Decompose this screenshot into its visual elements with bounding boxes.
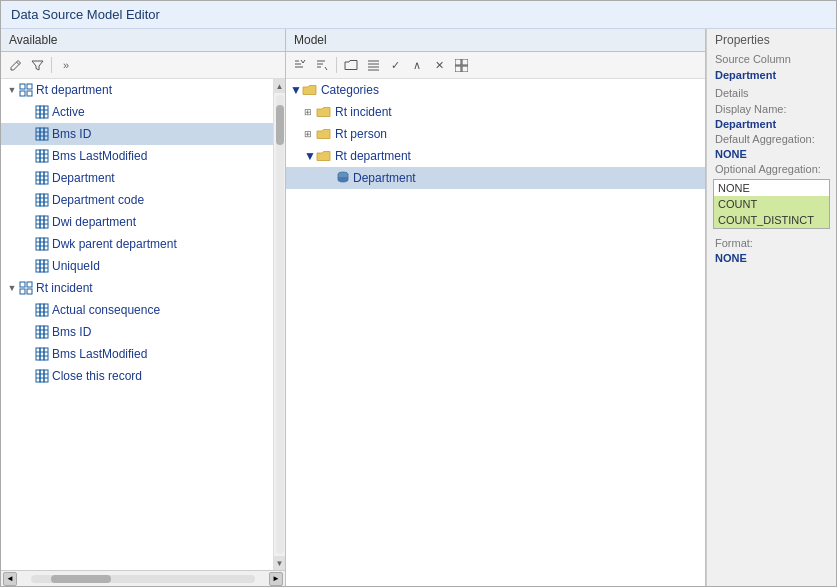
available-hscrollbar[interactable]: ◄ ►: [1, 570, 285, 586]
expander-uniqueid: [21, 259, 35, 273]
display-name-value: Department: [707, 117, 836, 131]
svg-rect-2: [27, 84, 32, 89]
grid-icon-bms-lm-1: [35, 149, 49, 163]
tree-item-active[interactable]: Active: [1, 101, 273, 123]
svg-rect-31: [40, 216, 44, 228]
svg-rect-7: [44, 106, 48, 118]
vscroll-arrow-up[interactable]: ▲: [274, 79, 286, 93]
model-header: Model: [286, 29, 705, 52]
folder-rt-incident-icon: [316, 106, 332, 119]
expand-right-button[interactable]: »: [56, 55, 76, 75]
expander-bms-id-1: [21, 127, 35, 141]
list-icon: [367, 59, 380, 71]
panel-properties: Properties Source Column Department Deta…: [706, 29, 836, 586]
close-icon: ✕: [435, 59, 444, 72]
agg-option-none[interactable]: NONE: [714, 180, 829, 196]
list-view-button[interactable]: [363, 55, 383, 75]
grid-icon-actual-consequence: [35, 303, 49, 317]
svg-rect-35: [36, 238, 40, 250]
tree-item-bms-id-2[interactable]: Bms ID: [1, 321, 273, 343]
default-aggregation-value: NONE: [707, 147, 836, 161]
label-model-rt-incident: Rt incident: [335, 103, 392, 121]
expander-rt-incident[interactable]: ▼: [5, 281, 19, 295]
svg-rect-51: [44, 304, 48, 316]
filter-button[interactable]: [27, 55, 47, 75]
new-folder-button[interactable]: [341, 55, 361, 75]
tree-item-uniqueid[interactable]: UniqueId: [1, 255, 273, 277]
label-dwi-department: Dwi department: [52, 213, 136, 231]
tree-item-bms-lastmodified-2[interactable]: Bms LastModified: [1, 343, 273, 365]
model-item-rt-person[interactable]: ⊞ Rt person: [286, 123, 705, 145]
tree-item-close-this-record[interactable]: Close this record: [1, 365, 273, 387]
check-icon: ✓: [391, 59, 400, 72]
expander-categories[interactable]: ▼: [290, 81, 302, 99]
svg-rect-82: [462, 66, 468, 72]
sort-asc-icon: [293, 58, 307, 72]
check-button[interactable]: ✓: [385, 55, 405, 75]
tree-item-rt-incident[interactable]: ▼ Rt incident: [1, 277, 273, 299]
svg-rect-26: [40, 194, 44, 206]
sort-desc-button[interactable]: [312, 55, 332, 75]
svg-rect-79: [455, 59, 461, 65]
tree-item-dwi-department[interactable]: Dwi department: [1, 211, 273, 233]
expander-bms-lm-2: [21, 347, 35, 361]
hscroll-arrow-right[interactable]: ►: [269, 572, 283, 586]
hscroll-arrow-left[interactable]: ◄: [3, 572, 17, 586]
tree-item-department[interactable]: Department: [1, 167, 273, 189]
format-value: NONE: [707, 251, 836, 265]
sort-asc-button[interactable]: [290, 55, 310, 75]
vscroll-thumb[interactable]: [276, 105, 284, 145]
expander-dept-code: [21, 193, 35, 207]
panel-available: Available »: [1, 29, 286, 586]
agg-option-count-distinct[interactable]: COUNT_DISTINCT: [714, 212, 829, 228]
sort-desc-icon: [315, 58, 329, 72]
edit-button[interactable]: [5, 55, 25, 75]
svg-rect-17: [44, 150, 48, 162]
expander-model-rt-dept[interactable]: ▼: [304, 147, 316, 165]
tree-item-actual-consequence[interactable]: Actual consequence: [1, 299, 273, 321]
svg-rect-54: [36, 326, 40, 338]
expander-bms-lm-1: [21, 149, 35, 163]
svg-rect-65: [40, 370, 44, 382]
label-rt-department: Rt department: [36, 81, 112, 99]
available-tree[interactable]: ▼ Rt department: [1, 79, 273, 570]
expander-rt-department[interactable]: ▼: [5, 83, 19, 97]
label-bms-id-1: Bms ID: [52, 125, 91, 143]
model-item-rt-incident[interactable]: ⊞ Rt incident: [286, 101, 705, 123]
expander-model-rt-person[interactable]: ⊞: [304, 125, 316, 143]
svg-rect-49: [36, 304, 40, 316]
available-header: Available: [1, 29, 285, 52]
hscroll-thumb[interactable]: [51, 575, 111, 583]
model-item-categories[interactable]: ▼ Categories: [286, 79, 705, 101]
default-aggregation-label: Default Aggregation:: [707, 131, 836, 147]
tree-item-department-code[interactable]: Department code: [1, 189, 273, 211]
window-title: Data Source Model Editor: [11, 7, 160, 22]
label-bms-lm-2: Bms LastModified: [52, 345, 147, 363]
agg-option-count[interactable]: COUNT: [714, 196, 829, 212]
optional-aggregation-list[interactable]: NONE COUNT COUNT_DISTINCT: [713, 179, 830, 229]
expand-all-button[interactable]: [451, 55, 471, 75]
svg-rect-64: [36, 370, 40, 382]
main-window: Data Source Model Editor Available: [0, 0, 837, 587]
model-item-department-field[interactable]: Department: [286, 167, 705, 189]
model-tree[interactable]: ▼ Categories ⊞ Rt incident: [286, 79, 705, 586]
tree-item-bms-lastmodified-1[interactable]: Bms LastModified: [1, 145, 273, 167]
label-rt-incident: Rt incident: [36, 279, 93, 297]
close-model-button[interactable]: ✕: [429, 55, 449, 75]
tree-item-rt-department[interactable]: ▼ Rt department: [1, 79, 273, 101]
svg-rect-55: [40, 326, 44, 338]
available-vscrollbar[interactable]: ▲ ▼: [273, 79, 285, 570]
vscroll-track: [276, 95, 284, 554]
expand-grid-icon: [455, 59, 468, 72]
tree-item-bms-id-1[interactable]: Bms ID: [1, 123, 273, 145]
folder-rt-person-icon: [316, 128, 332, 141]
svg-rect-61: [44, 348, 48, 360]
tree-item-dwk-parent[interactable]: Dwk parent department: [1, 233, 273, 255]
expander-model-rt-incident[interactable]: ⊞: [304, 103, 316, 121]
model-item-rt-department[interactable]: ▼ Rt department: [286, 145, 705, 167]
grid-icon-bms-id-2: [35, 325, 49, 339]
up-button[interactable]: ∧: [407, 55, 427, 75]
grid-icon-uniqueid: [35, 259, 49, 273]
grid-icon-dept-code: [35, 193, 49, 207]
vscroll-arrow-down[interactable]: ▼: [274, 556, 286, 570]
